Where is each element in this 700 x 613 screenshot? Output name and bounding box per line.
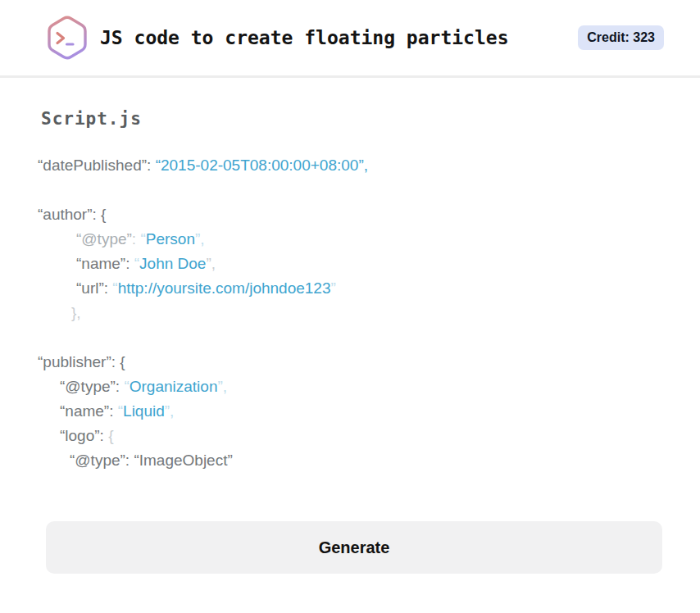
code-blank-line: [38, 325, 662, 350]
code-line: “@type”: “ImageObject”: [38, 448, 662, 473]
generate-button[interactable]: Generate: [46, 521, 662, 574]
header: JS code to create floating particles Cre…: [0, 0, 700, 78]
code-line: },: [38, 301, 662, 325]
code-line: “author”: {: [38, 202, 662, 227]
main-content: Script.js “datePublished”: “2015-02-05T0…: [0, 78, 700, 574]
credit-badge: Credit: 323: [578, 25, 664, 50]
code-line: “logo”: {: [38, 424, 662, 448]
code-line: “@type”: “Organization”,: [38, 375, 662, 399]
script-filename-heading: Script.js: [41, 109, 662, 129]
code-blank-line: [38, 178, 662, 202]
app-window: JS code to create floating particles Cre…: [0, 0, 700, 613]
code-line: “datePublished”: “2015-02-05T08:00:00+08…: [38, 153, 662, 178]
page-title: JS code to create floating particles: [100, 27, 509, 48]
code-line: “publisher”: {: [38, 350, 662, 375]
terminal-logo-icon: [46, 15, 89, 61]
code-line: “name”: “Liquid”,: [38, 399, 662, 424]
code-line: “url”: “http://yoursite.com/johndoe123”: [38, 276, 662, 301]
code-block: “datePublished”: “2015-02-05T08:00:00+08…: [38, 153, 662, 473]
code-line: “name”: “John Doe”,: [38, 252, 662, 276]
code-line: “@type”: “Person”,: [38, 227, 662, 252]
